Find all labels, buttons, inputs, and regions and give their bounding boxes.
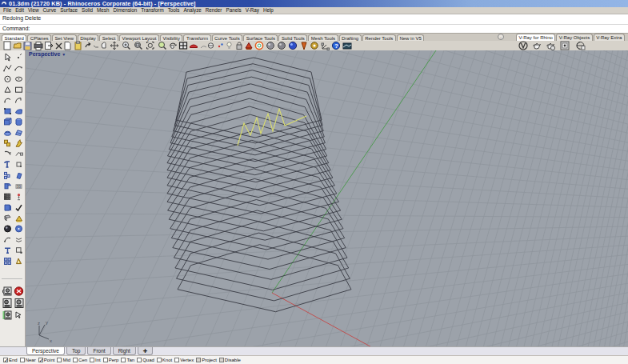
svg-text:x: x	[50, 338, 52, 343]
svg-text:y: y	[46, 320, 48, 325]
svg-text:?: ?	[334, 42, 338, 50]
svg-text:99: 99	[17, 185, 22, 189]
svg-text:z: z	[38, 321, 40, 326]
